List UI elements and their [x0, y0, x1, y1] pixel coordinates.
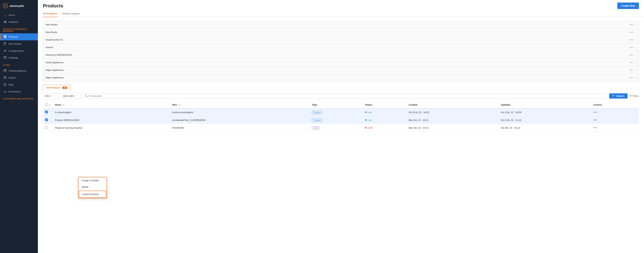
- filters-label: Filters: [633, 95, 639, 97]
- row-updated-2: Oct 4th, 22 - 16:12: [498, 124, 591, 132]
- table-row: ll a Mockingbird to-kill-a-mockingbird P…: [43, 108, 639, 116]
- hierarchy-item[interactable]: Hierarchy 180206012425 ••• ›: [43, 51, 639, 59]
- create-new-button[interactable]: Create New: [617, 2, 639, 9]
- hierarchy-item[interactable]: breadcrumbs-H1 ••• ›: [43, 36, 639, 44]
- context-menu-item-export-products[interactable]: Export products: [79, 191, 106, 198]
- sidebar-item-orders[interactable]: Orders: [0, 74, 38, 81]
- analytics-icon: [4, 20, 7, 24]
- svg-rect-6: [4, 37, 5, 38]
- main-tabs: All Products Product Imports: [38, 10, 644, 17]
- sidebar-item-label-home: Home: [8, 14, 15, 16]
- row-type-2: Child: [310, 124, 363, 132]
- row-actions-button-1[interactable]: •••: [593, 118, 598, 122]
- products-tab-bar: All Products 15: [43, 85, 639, 91]
- hierarchy-item[interactable]: Major Appliances ••• ›: [43, 66, 639, 74]
- hierarchy-item-dots-4[interactable]: •••: [629, 53, 634, 57]
- sidebar-item-label-catalogs: Catalogs: [8, 56, 18, 59]
- elasticpath-logo-icon: [3, 3, 8, 8]
- sidebar-item-catalogs[interactable]: Catalogs: [0, 54, 38, 61]
- row-created-2: Mar 3rd, 22 - 10:21: [406, 124, 498, 132]
- hierarchy-item-name: Major Appliances: [46, 76, 64, 79]
- row-sku-0: to-kill-a-mockingbird: [170, 108, 310, 116]
- hierarchy-item[interactable]: New Books ••• ›: [43, 21, 639, 28]
- hierarchy-item[interactable]: Small Appliances ••• ›: [43, 59, 639, 66]
- search-input-icon: 🔍: [84, 95, 88, 97]
- row-select-checkbox-2[interactable]: [45, 126, 48, 129]
- row-actions-button-0[interactable]: •••: [593, 111, 598, 114]
- row-select-checkbox-0[interactable]: [45, 111, 48, 113]
- main-header: Products Create New: [38, 0, 644, 9]
- search-box: 🔍: [82, 93, 608, 98]
- row-created-0: Oct 31st, 22 - 16:02: [406, 108, 498, 116]
- sidebar-item-promotions[interactable]: 🏷 Promotions: [0, 88, 38, 95]
- hierarchy-item-dots-3[interactable]: •••: [629, 45, 634, 49]
- sidebar-item-label-promotions: Promotions: [8, 90, 21, 93]
- sku-select[interactable]: SKU ▾: [43, 93, 59, 99]
- svg-rect-3: [6, 20, 6, 23]
- hierarchy-item-dots-5[interactable]: •••: [629, 60, 634, 64]
- main-content: Products Create New All Products Product…: [38, 0, 644, 253]
- status-dot-0: [365, 112, 366, 113]
- products-tab-all[interactable]: All Products 15: [43, 85, 71, 91]
- configurations-icon: ⚙: [4, 49, 7, 52]
- row-select-checkbox-1[interactable]: [45, 118, 48, 121]
- sidebar-item-products[interactable]: Products: [0, 33, 38, 40]
- sidebar-item-label-catalog-legacy: Catalog (legacy): [8, 69, 26, 72]
- sidebar-item-home[interactable]: ⌂ Home: [0, 12, 38, 18]
- row-actions-button-2[interactable]: •••: [593, 126, 598, 129]
- hierarchy-item-dots-1[interactable]: •••: [629, 30, 634, 34]
- sidebar-item-configurations[interactable]: ⚙ Configurations: [0, 47, 38, 54]
- context-menu-item-assign-to-nodes[interactable]: Assign to Nodes: [78, 177, 106, 184]
- row-checkbox-0: [43, 108, 53, 116]
- search-button[interactable]: 🔍 Search: [609, 93, 628, 99]
- table-row: Playtend Gaming Headset PGH69345 Child D…: [43, 124, 639, 132]
- sku-label: SKU: [45, 95, 50, 97]
- status-label-1: Live: [368, 119, 372, 121]
- chevron-right-icon: ›: [636, 54, 636, 56]
- sidebar-item-label-orders: Orders: [8, 76, 16, 79]
- sort-arrow: ▲: [49, 104, 51, 106]
- chevron-right-icon: ›: [636, 61, 636, 64]
- sidebar-item-catalog-legacy[interactable]: Catalog (legacy): [0, 67, 38, 74]
- name-sort-icon: ⇅: [63, 104, 64, 106]
- table-header-checkbox: ▲: [43, 101, 53, 108]
- svg-rect-2: [5, 21, 5, 23]
- table-header-name: Name ⇅: [53, 101, 170, 108]
- search-input[interactable]: [88, 95, 606, 97]
- hierarchy-item-name: Games: [46, 46, 53, 49]
- sidebar-item-price-books[interactable]: Price Books: [0, 40, 38, 47]
- tab-all-products[interactable]: All Products: [43, 10, 57, 17]
- hierarchy-item[interactable]: Games ••• ›: [43, 44, 639, 51]
- tab-product-imports[interactable]: Product Imports: [62, 10, 80, 17]
- row-created-1: Mar 3rd, 22 - 10:21: [406, 116, 498, 124]
- hierarchy-item-dots-7[interactable]: •••: [629, 76, 634, 79]
- row-status-1: Live: [363, 116, 406, 124]
- chevron-right-icon: ›: [636, 31, 636, 33]
- select-all-checkbox[interactable]: [45, 103, 48, 106]
- sidebar-item-label-price-books: Price Books: [8, 42, 22, 45]
- chevron-right-icon: ›: [636, 46, 636, 49]
- hierarchy-item-name: Hierarchy 180206012425: [46, 53, 72, 56]
- hierarchy-item-name: breadcrumbs-H1: [46, 38, 63, 41]
- row-checkbox-1: [43, 116, 53, 124]
- hierarchy-item-dots-0[interactable]: •••: [629, 23, 634, 26]
- starts-with-select[interactable]: starts with ▾: [61, 93, 81, 99]
- catalogs-icon: [4, 56, 7, 59]
- hierarchy-item-dots-6[interactable]: •••: [629, 68, 634, 72]
- svg-rect-11: [4, 57, 6, 58]
- hierarchy-item[interactable]: Major Appliances ••• ›: [43, 74, 639, 81]
- filters-button[interactable]: Filters: [630, 95, 639, 97]
- sidebar-store-nav: Catalog (legacy) Orders Files 🏷 Promotio…: [0, 67, 38, 95]
- type-badge-2: Child: [312, 126, 320, 130]
- row-name-1: Product 485932145542: [53, 116, 170, 124]
- sidebar-logo: elasticpath: [0, 0, 38, 12]
- hierarchy-item[interactable]: New Books ••• ›: [43, 28, 639, 36]
- context-menu-item-delete[interactable]: Delete: [78, 184, 106, 190]
- sidebar-item-files[interactable]: Files: [0, 81, 38, 88]
- sidebar-top-nav: ⌂ Home Analytics: [0, 12, 38, 25]
- search-btn-label: Search: [616, 95, 624, 97]
- hierarchy-item-dots-2[interactable]: •••: [629, 38, 634, 42]
- context-menu: Assign to Nodes Delete Export products: [78, 177, 107, 198]
- sidebar-item-analytics[interactable]: Analytics: [0, 18, 38, 25]
- sidebar-section-pem: PRODUCT EXPERIENCE MANAGER: [0, 25, 38, 33]
